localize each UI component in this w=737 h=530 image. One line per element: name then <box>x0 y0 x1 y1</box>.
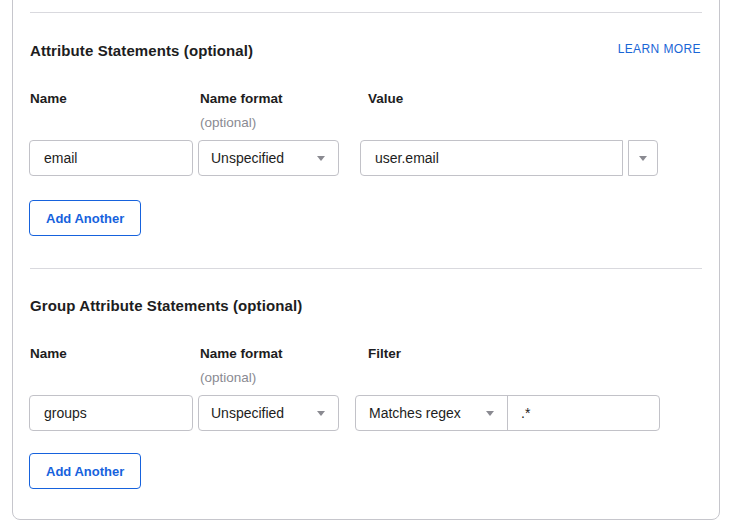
attr-add-another-button[interactable]: Add Another <box>29 200 141 236</box>
group-name-input[interactable] <box>29 395 193 431</box>
group-section-divider <box>30 268 702 269</box>
group-name-format-selected-value: Unspecified <box>211 405 284 421</box>
group-name-format-select[interactable]: Unspecified <box>198 395 339 431</box>
attr-name-column-label: Name <box>30 91 67 106</box>
caret-down-icon <box>639 156 647 161</box>
attr-name-format-selected-value: Unspecified <box>211 150 284 166</box>
attr-value-dropdown-toggle[interactable] <box>628 140 658 176</box>
learn-more-link[interactable]: LEARN MORE <box>618 42 701 56</box>
section-top-divider <box>30 12 702 13</box>
group-filter-control: Matches regex <box>355 395 660 431</box>
attr-name-format-optional-note: (optional) <box>200 115 256 130</box>
saml-settings-page: Attribute Statements (optional) LEARN MO… <box>0 0 737 530</box>
caret-down-icon <box>317 411 325 416</box>
attr-name-input[interactable] <box>29 140 193 176</box>
group-name-format-optional-note: (optional) <box>200 370 256 385</box>
attribute-statements-title: Attribute Statements (optional) <box>30 42 253 59</box>
group-filter-type-select[interactable]: Matches regex <box>356 396 508 430</box>
group-attribute-statements-title: Group Attribute Statements (optional) <box>30 297 302 314</box>
attr-value-column-label: Value <box>368 91 403 106</box>
attr-name-format-column-label: Name format <box>200 91 283 106</box>
attr-value-input[interactable] <box>360 140 623 176</box>
group-filter-type-selected-value: Matches regex <box>369 405 461 421</box>
group-name-column-label: Name <box>30 346 67 361</box>
attr-name-format-select[interactable]: Unspecified <box>198 140 339 176</box>
caret-down-icon <box>486 411 494 416</box>
group-filter-column-label: Filter <box>368 346 401 361</box>
group-name-format-column-label: Name format <box>200 346 283 361</box>
group-filter-value-input[interactable] <box>508 396 702 430</box>
group-add-another-button[interactable]: Add Another <box>29 453 141 489</box>
caret-down-icon <box>317 156 325 161</box>
